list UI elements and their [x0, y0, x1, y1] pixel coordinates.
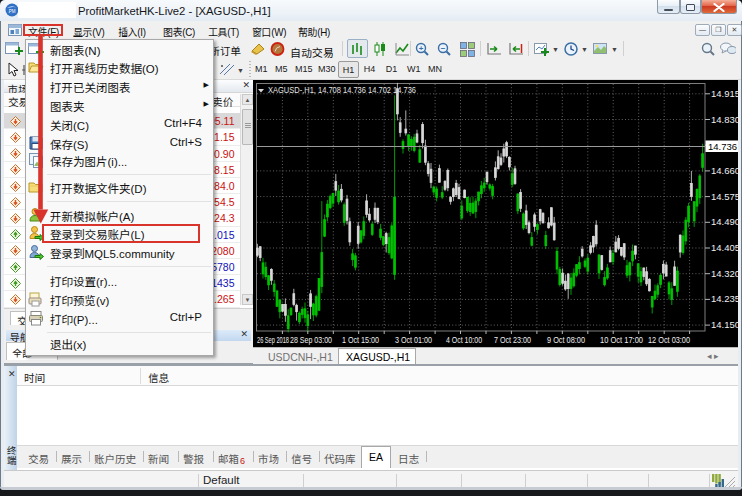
- svg-text:XAGUSD-,H1, 14.708 14.736 14.7: XAGUSD-,H1, 14.708 14.736 14.702 14.736: [268, 85, 416, 95]
- svg-text:14.235: 14.235: [711, 293, 738, 304]
- svg-text:7 Oct 23:00: 7 Oct 23:00: [494, 335, 531, 345]
- svg-text:PM: PM: [9, 9, 16, 14]
- svg-text:14.915: 14.915: [711, 88, 738, 99]
- svg-text:14.575: 14.575: [711, 191, 738, 202]
- svg-text:−: −: [441, 44, 446, 53]
- svg-text:14.830: 14.830: [711, 114, 738, 125]
- svg-text:14.405: 14.405: [711, 242, 738, 253]
- svg-text:9 Oct 08:00: 9 Oct 08:00: [547, 335, 585, 345]
- svg-text:+: +: [419, 44, 424, 53]
- svg-text:14.150: 14.150: [711, 319, 738, 330]
- svg-text:14.490: 14.490: [711, 216, 738, 227]
- svg-text:12 Oct 03:00: 12 Oct 03:00: [648, 335, 690, 345]
- svg-text:1 Oct 15:00: 1 Oct 15:00: [342, 335, 379, 345]
- svg-text:10 Oct 17:00: 10 Oct 17:00: [600, 335, 643, 345]
- svg-text:4 Oct 10:00: 4 Oct 10:00: [446, 335, 482, 345]
- svg-text:14.660: 14.660: [711, 165, 738, 176]
- svg-text:28 Sep 03:00: 28 Sep 03:00: [290, 335, 332, 345]
- svg-text:▼: ▼: [237, 67, 244, 74]
- svg-text:14.736: 14.736: [708, 141, 737, 152]
- svg-text:3 Oct 01:00: 3 Oct 01:00: [395, 335, 432, 345]
- svg-text:26 Sep 2018: 26 Sep 2018: [257, 335, 289, 345]
- svg-text:14.320: 14.320: [711, 268, 738, 279]
